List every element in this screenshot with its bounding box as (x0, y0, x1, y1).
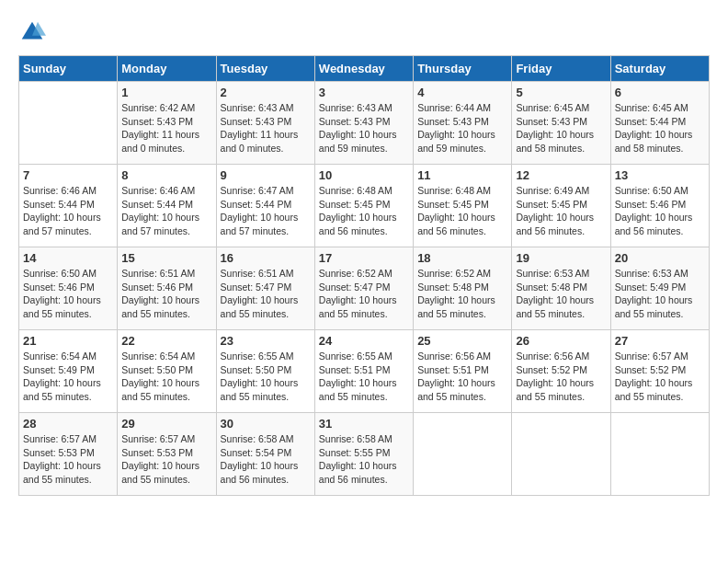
sunset-text: Sunset: 5:49 PM (615, 282, 687, 293)
logo-icon (18, 18, 46, 46)
sunset-text: Sunset: 5:52 PM (615, 364, 687, 375)
daylight-text: Daylight: 10 hours and 55 minutes. (221, 377, 299, 402)
day-number: 2 (221, 86, 311, 99)
day-number: 10 (319, 168, 409, 182)
day-number: 8 (121, 168, 211, 182)
day-info: Sunrise: 6:51 AMSunset: 5:46 PMDaylight:… (121, 267, 211, 321)
sunset-text: Sunset: 5:48 PM (417, 282, 489, 293)
calendar-cell: 2Sunrise: 6:43 AMSunset: 5:43 PMDaylight… (216, 82, 314, 165)
day-info: Sunrise: 6:53 AMSunset: 5:48 PMDaylight:… (516, 267, 606, 321)
week-row: 7Sunrise: 6:46 AMSunset: 5:44 PMDaylight… (19, 165, 710, 247)
calendar-cell: 20Sunrise: 6:53 AMSunset: 5:49 PMDayligh… (610, 247, 709, 330)
calendar-cell (512, 413, 610, 496)
calendar-cell: 29Sunrise: 6:57 AMSunset: 5:53 PMDayligh… (118, 413, 216, 496)
sunset-text: Sunset: 5:50 PM (121, 364, 193, 375)
sunrise-text: Sunrise: 6:44 AM (417, 102, 491, 113)
sunset-text: Sunset: 5:44 PM (615, 116, 687, 127)
sunrise-text: Sunrise: 6:55 AM (319, 350, 392, 362)
week-row: 14Sunrise: 6:50 AMSunset: 5:46 PMDayligh… (19, 247, 710, 330)
sunset-text: Sunset: 5:47 PM (221, 282, 292, 293)
sunrise-text: Sunrise: 6:52 AM (417, 268, 491, 279)
day-number: 4 (417, 86, 507, 99)
sunset-text: Sunset: 5:51 PM (319, 364, 391, 375)
sunrise-text: Sunrise: 6:53 AM (615, 268, 688, 279)
day-number: 30 (221, 417, 311, 431)
daylight-text: Daylight: 10 hours and 56 minutes. (319, 460, 397, 485)
daylight-text: Daylight: 10 hours and 59 minutes. (417, 129, 495, 154)
day-info: Sunrise: 6:58 AMSunset: 5:54 PMDaylight:… (221, 432, 311, 487)
daylight-text: Daylight: 10 hours and 55 minutes. (417, 294, 495, 319)
calendar-cell: 21Sunrise: 6:54 AMSunset: 5:49 PMDayligh… (19, 330, 118, 413)
day-number: 7 (23, 168, 113, 182)
page-header (18, 18, 710, 46)
day-number: 19 (516, 251, 606, 265)
day-number: 13 (615, 168, 705, 182)
week-row: 21Sunrise: 6:54 AMSunset: 5:49 PMDayligh… (19, 330, 710, 413)
calendar-cell: 31Sunrise: 6:58 AMSunset: 5:55 PMDayligh… (314, 413, 413, 496)
calendar-cell: 22Sunrise: 6:54 AMSunset: 5:50 PMDayligh… (118, 330, 216, 413)
day-info: Sunrise: 6:55 AMSunset: 5:51 PMDaylight:… (319, 350, 409, 404)
calendar-cell: 15Sunrise: 6:51 AMSunset: 5:46 PMDayligh… (118, 247, 216, 330)
day-number: 25 (417, 334, 507, 348)
daylight-text: Daylight: 10 hours and 56 minutes. (417, 212, 495, 236)
calendar-cell: 3Sunrise: 6:43 AMSunset: 5:43 PMDaylight… (314, 82, 413, 165)
sunrise-text: Sunrise: 6:46 AM (23, 185, 97, 196)
column-header-sunday: Sunday (19, 56, 118, 82)
sunrise-text: Sunrise: 6:48 AM (319, 185, 392, 196)
calendar-cell: 17Sunrise: 6:52 AMSunset: 5:47 PMDayligh… (314, 247, 413, 330)
day-number: 31 (319, 417, 409, 431)
daylight-text: Daylight: 10 hours and 55 minutes. (23, 294, 101, 319)
day-number: 26 (516, 334, 606, 348)
sunset-text: Sunset: 5:44 PM (121, 199, 193, 210)
daylight-text: Daylight: 10 hours and 55 minutes. (121, 460, 199, 485)
calendar-cell: 6Sunrise: 6:45 AMSunset: 5:44 PMDaylight… (610, 82, 709, 165)
calendar-cell: 8Sunrise: 6:46 AMSunset: 5:44 PMDaylight… (118, 165, 216, 247)
daylight-text: Daylight: 10 hours and 55 minutes. (319, 294, 397, 319)
sunrise-text: Sunrise: 6:43 AM (319, 102, 392, 113)
daylight-text: Daylight: 10 hours and 55 minutes. (516, 294, 594, 319)
daylight-text: Daylight: 10 hours and 55 minutes. (121, 294, 199, 319)
day-info: Sunrise: 6:48 AMSunset: 5:45 PMDaylight:… (417, 184, 507, 238)
calendar-cell: 27Sunrise: 6:57 AMSunset: 5:52 PMDayligh… (610, 330, 709, 413)
calendar-cell: 19Sunrise: 6:53 AMSunset: 5:48 PMDayligh… (512, 247, 610, 330)
day-info: Sunrise: 6:44 AMSunset: 5:43 PMDaylight:… (417, 101, 507, 155)
daylight-text: Daylight: 10 hours and 56 minutes. (516, 212, 594, 236)
daylight-text: Daylight: 10 hours and 56 minutes. (615, 212, 693, 236)
sunset-text: Sunset: 5:52 PM (516, 364, 587, 375)
day-number: 6 (615, 86, 705, 99)
column-header-thursday: Thursday (414, 56, 512, 82)
daylight-text: Daylight: 10 hours and 57 minutes. (221, 212, 299, 236)
calendar-cell: 7Sunrise: 6:46 AMSunset: 5:44 PMDaylight… (19, 165, 118, 247)
sunset-text: Sunset: 5:54 PM (221, 447, 292, 458)
sunrise-text: Sunrise: 6:56 AM (417, 350, 491, 362)
sunset-text: Sunset: 5:53 PM (23, 447, 95, 458)
sunrise-text: Sunrise: 6:52 AM (319, 268, 392, 279)
sunrise-text: Sunrise: 6:57 AM (121, 433, 195, 444)
daylight-text: Daylight: 10 hours and 59 minutes. (319, 129, 397, 154)
day-info: Sunrise: 6:45 AMSunset: 5:43 PMDaylight:… (516, 101, 606, 155)
daylight-text: Daylight: 10 hours and 55 minutes. (319, 377, 397, 402)
day-info: Sunrise: 6:46 AMSunset: 5:44 PMDaylight:… (23, 184, 113, 238)
sunrise-text: Sunrise: 6:58 AM (319, 433, 392, 444)
day-number: 22 (121, 334, 211, 348)
sunset-text: Sunset: 5:50 PM (221, 364, 292, 375)
sunrise-text: Sunrise: 6:55 AM (221, 350, 294, 362)
daylight-text: Daylight: 10 hours and 58 minutes. (615, 129, 693, 154)
day-number: 3 (319, 86, 409, 99)
daylight-text: Daylight: 10 hours and 55 minutes. (23, 377, 101, 402)
calendar-cell: 11Sunrise: 6:48 AMSunset: 5:45 PMDayligh… (414, 165, 512, 247)
column-header-monday: Monday (118, 56, 216, 82)
day-info: Sunrise: 6:56 AMSunset: 5:51 PMDaylight:… (417, 350, 507, 404)
sunset-text: Sunset: 5:45 PM (417, 199, 489, 210)
day-info: Sunrise: 6:51 AMSunset: 5:47 PMDaylight:… (221, 267, 311, 321)
sunset-text: Sunset: 5:45 PM (516, 199, 587, 210)
calendar-cell (414, 413, 512, 496)
day-info: Sunrise: 6:57 AMSunset: 5:53 PMDaylight:… (23, 432, 113, 487)
daylight-text: Daylight: 11 hours and 0 minutes. (121, 129, 199, 154)
header-row: SundayMondayTuesdayWednesdayThursdayFrid… (19, 56, 710, 82)
calendar-cell (610, 413, 709, 496)
daylight-text: Daylight: 10 hours and 55 minutes. (221, 294, 299, 319)
sunset-text: Sunset: 5:53 PM (121, 447, 193, 458)
sunset-text: Sunset: 5:46 PM (615, 199, 687, 210)
day-number: 27 (615, 334, 705, 348)
